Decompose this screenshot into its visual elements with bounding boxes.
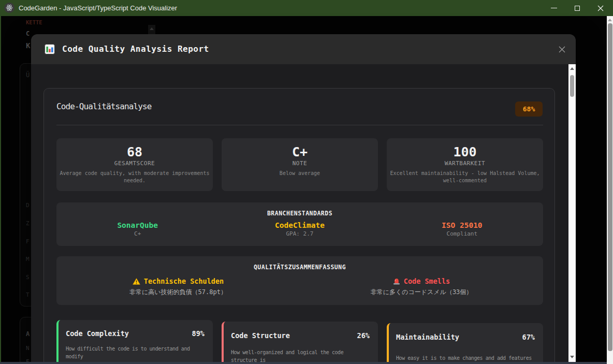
close-window-button[interactable] [592,0,609,16]
summary-technical-debt: Technische Schulden 非常に高い技術的負債（57.8pt） [56,277,300,297]
window-scrollbar[interactable] [607,16,613,364]
summary-detail: 非常に多くのコードスメル（33個） [300,288,543,297]
modal-close-button[interactable] [557,45,566,54]
stat-value: C+ [222,138,378,159]
background-fragment: N [26,345,30,352]
quality-summary-section: QUALITÄTSZUSAMMENFASSUNG Technische Schu… [56,256,543,305]
stat-label: WARTBARKEIT [387,160,543,167]
window-border-left [0,16,1,362]
background-fragment: M [26,256,30,263]
titlebar: CodeGarden - JavaScript/TypeScript Code … [0,0,613,16]
metric-value: 67% [522,333,535,341]
modal-close-icon [559,46,565,53]
scroll-up-icon[interactable] [608,19,612,21]
background-fragment: Ü [26,71,30,79]
metric-card-maintainability: Maintainability 67% How easy it is to ma… [387,323,543,364]
background-fragment: C [26,30,30,37]
background-fragment: F [26,238,30,245]
metric-description: How difficult the code is to understand … [59,345,213,360]
metric-name: Code Structure [231,331,290,340]
bar-chart-icon [45,44,55,54]
standard-codeclimate: CodeClimate GPA: 2.7 [218,221,381,237]
section-title: QUALITÄTSZUSAMMENFASSUNG [56,256,543,271]
stat-label: NOTE [222,160,378,167]
background-scrollbar [148,25,155,35]
background-fragment: T [26,292,30,298]
siren-icon [393,278,400,285]
maximize-button[interactable] [568,0,586,16]
standard-sonarqube: SonarQube C+ [56,221,218,237]
metric-value: 89% [192,329,205,338]
summary-label: Code Smells [404,277,450,285]
app-window: CodeGarden - JavaScript/TypeScript Code … [0,0,613,364]
code-quality-report-modal: Code Quality Analysis Report Code-Qualit… [31,34,576,364]
window-border-bottom [0,362,607,364]
modal-header: Code Quality Analysis Report [31,34,576,64]
stat-card-gesamtscore: 68 GESAMTSCORE Average code quality, wit… [56,138,213,191]
background-fragment: D [26,202,30,209]
industry-standards-section: BRANCHENSTANDARDS SonarQube C+ CodeClima… [56,202,543,246]
standard-name: ISO 25010 [381,221,543,230]
metric-card-code-structure: Code Structure 26% How well-organized an… [222,322,378,364]
metric-description: How easy it is to make changes and add f… [389,354,543,362]
stat-card-wartbarkeit: 100 WARTBARKEIT Excellent maintainabilit… [387,138,543,191]
stat-value: 68 [56,138,213,159]
background-fragment: KETTE [26,19,42,25]
metric-value: 26% [357,331,370,340]
background-fragment: K [26,41,30,50]
score-badge: 68% [515,101,543,117]
summary-code-smells: Code Smells 非常に多くのコードスメル（33個） [300,277,543,297]
standard-value: GPA: 2.7 [218,230,381,237]
background-fragment: S [26,274,30,281]
warning-icon [133,278,140,285]
report-heading: Code-Qualitätsanalyse [56,101,151,111]
standard-name: SonarQube [56,221,218,230]
section-title: BRANCHENSTANDARDS [56,202,543,217]
background-fragment: A [26,330,30,338]
report-card: Code-Qualitätsanalyse 68% 68 GESAMTSCORE… [43,88,555,364]
summary-detail: 非常に高い技術的負債（57.8pt） [56,288,300,297]
stat-card-note: C+ NOTE Below average [222,138,378,191]
metric-name: Code Complexity [66,329,129,338]
modal-scrollbar[interactable] [568,64,576,364]
metric-card-code-complexity: Code Complexity 89% How difficult the co… [56,320,213,364]
standard-iso25010: ISO 25010 Compliant [381,221,543,237]
app-logo-icon [4,3,14,13]
scrollbar-thumb[interactable] [570,75,574,97]
divider [56,125,543,125]
stat-description: Below average [222,170,378,177]
minimize-button[interactable] [545,0,563,16]
close-window-icon [597,5,604,11]
stat-value: 100 [387,138,543,159]
scrollbar-thumb[interactable] [608,23,612,351]
minimize-icon [551,8,557,8]
stat-description: Excellent maintainability - low Halstead… [387,170,543,184]
standard-name: CodeClimate [218,221,381,230]
modal-body: Code-Qualitätsanalyse 68% 68 GESAMTSCORE… [31,64,568,364]
scroll-up-icon [150,27,154,30]
scroll-up-icon[interactable] [570,67,574,70]
maximize-icon [575,6,580,11]
standard-value: Compliant [381,230,543,237]
background-fragment: Z [26,220,30,227]
window-title: CodeGarden - JavaScript/TypeScript Code … [19,0,177,16]
scroll-down-icon[interactable] [570,356,574,358]
metric-name: Maintainability [396,333,459,341]
modal-title: Code Quality Analysis Report [62,34,209,64]
standard-value: C+ [56,230,218,237]
stat-description: Average code quality, with moderate impr… [56,170,213,184]
summary-label: Technische Schulden [144,277,224,285]
stat-label: GESAMTSCORE [56,160,213,167]
